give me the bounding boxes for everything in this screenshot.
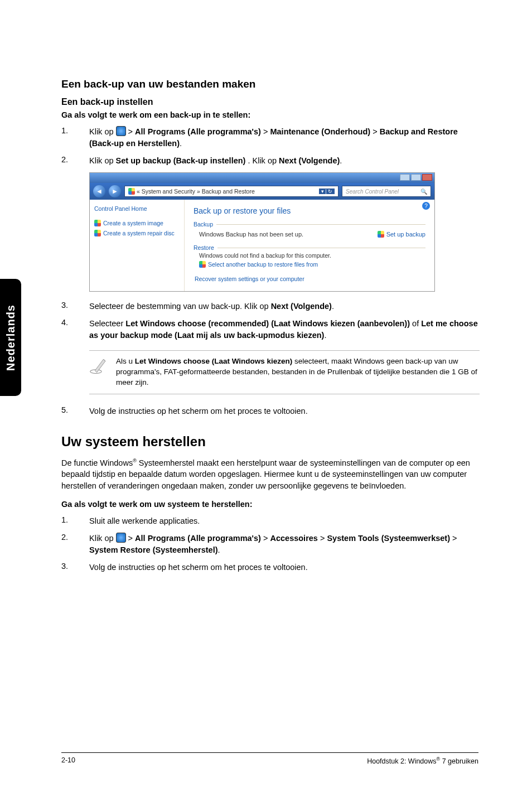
backup-restore-window: ◄ ► « System and Security » Backup and R…	[89, 172, 435, 292]
maximize-button[interactable]	[411, 174, 421, 181]
intro-restore: Ga als volgt te werk om uw systeem te he…	[61, 500, 480, 509]
shield-icon	[94, 230, 101, 236]
step-number: 1.	[61, 515, 89, 527]
steps-restore: 1. Sluit alle werkende applicaties. 2. K…	[61, 515, 480, 573]
steps-backup-final: 5. Volg de instructies op het scherm om …	[61, 405, 480, 417]
intro-setup: Ga als volgt te werk om een back-up in t…	[61, 110, 480, 119]
restore-group-header: Restore	[194, 244, 425, 251]
language-tab: Nederlands	[0, 279, 21, 396]
step-number: 1.	[61, 126, 89, 149]
restore-status: Windows could not find a backup for this…	[194, 252, 425, 259]
window-body: Control Panel Home Create a system image…	[90, 200, 434, 291]
step-number: 5.	[61, 405, 89, 417]
window-buttons	[400, 174, 432, 181]
control-panel-home-link[interactable]: Control Panel Home	[94, 205, 180, 212]
sidebar: Control Panel Home Create a system image…	[90, 200, 185, 291]
note-box: Als u Let Windows choose (Laat Windows k…	[89, 350, 480, 394]
setup-backup-link[interactable]: Set up backup	[378, 231, 425, 238]
page-content: Een back-up van uw bestanden maken Een b…	[61, 78, 480, 579]
step-body: Selecteer Let Windows choose (recommende…	[89, 318, 480, 341]
restore-paragraph: De functie Windows® Systeemherstel maakt…	[61, 457, 480, 492]
start-icon	[116, 533, 126, 543]
step-body: Volg de instructies op het scherm om het…	[89, 405, 480, 417]
breadcrumb[interactable]: « System and Security » Backup and Resto…	[124, 186, 338, 197]
step-number: 2.	[61, 155, 89, 167]
step-body: Sluit alle werkende applicaties.	[89, 515, 480, 527]
step-number: 3.	[61, 301, 89, 312]
recover-system-link[interactable]: Recover system settings or your computer	[194, 276, 425, 282]
create-system-image-link[interactable]: Create a system image	[94, 220, 180, 226]
step-number: 3.	[61, 562, 89, 573]
heading-setup-backup: Een back-up instellen	[61, 97, 480, 107]
minimize-button[interactable]	[400, 174, 410, 181]
forward-button[interactable]: ►	[109, 185, 121, 197]
search-icon: 🔍	[420, 189, 427, 195]
chevron-down-icon[interactable]: ▾ | ↻	[319, 189, 335, 194]
step-body: Selecteer de bestemming van uw back-up. …	[89, 301, 480, 312]
step-body: Klik op > All Programs (Alle programma's…	[89, 533, 480, 556]
step-body: Klik op > All Programs (Alle programma's…	[89, 126, 480, 149]
shield-icon	[378, 231, 384, 238]
step-body: Klik op Set up backup (Back-up instellen…	[89, 155, 480, 167]
note-text: Als u Let Windows choose (Laat Windows k…	[116, 356, 480, 388]
close-button[interactable]	[422, 174, 432, 181]
steps-backup-cont: 3. Selecteer de bestemming van uw back-u…	[61, 301, 480, 341]
heading-backup-files: Een back-up van uw bestanden maken	[61, 78, 480, 90]
heading-restore-system: Uw systeem herstellen	[61, 434, 480, 450]
search-input[interactable]: Search Control Panel 🔍	[342, 186, 431, 197]
step-body: Volg de instructies op het scherm om het…	[89, 562, 480, 573]
start-icon	[116, 126, 126, 136]
help-icon[interactable]: ?	[422, 202, 430, 210]
shield-icon	[199, 261, 206, 268]
create-repair-disc-link[interactable]: Create a system repair disc	[94, 230, 180, 236]
shield-icon	[94, 220, 101, 226]
shield-icon	[128, 188, 135, 195]
nav-bar: ◄ ► « System and Security » Backup and R…	[90, 183, 434, 200]
main-panel: ? Back up or restore your files Backup W…	[185, 200, 434, 291]
page-number: 2-10	[61, 756, 75, 765]
note-icon	[89, 356, 108, 375]
language-tab-label: Nederlands	[4, 305, 17, 371]
back-button[interactable]: ◄	[93, 185, 105, 197]
page-footer: 2-10 Hoofdstuk 2: Windows® 7 gebruiken	[61, 752, 478, 765]
window-titlebar	[90, 173, 434, 183]
backup-group-header: Backup	[194, 221, 425, 228]
select-another-backup-link[interactable]: Select another backup to restore files f…	[194, 261, 425, 268]
step-number: 2.	[61, 533, 89, 556]
chapter-label: Hoofdstuk 2: Windows® 7 gebruiken	[367, 756, 478, 765]
registered-mark: ®	[133, 458, 137, 463]
backup-status-row: Windows Backup has not been set up. Set …	[194, 229, 425, 242]
steps-backup: 1. Klik op > All Programs (Alle programm…	[61, 126, 480, 167]
step-number: 4.	[61, 318, 89, 341]
panel-title: Back up or restore your files	[194, 206, 425, 215]
